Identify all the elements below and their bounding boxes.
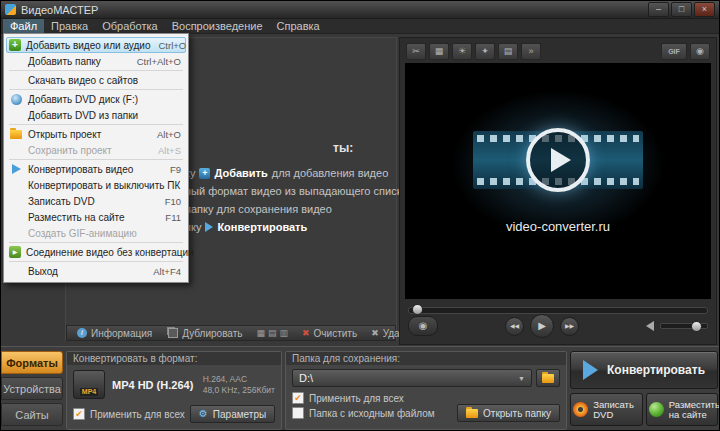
info-button[interactable]: i Информация: [77, 328, 152, 339]
play-button[interactable]: ▶: [530, 314, 554, 338]
menu-item-label: Сохранить проект: [28, 145, 150, 156]
menu-icon-spacer: [9, 227, 23, 239]
parameters-button[interactable]: ⚙ Параметры: [190, 405, 275, 423]
menu-item-convert-video[interactable]: Конвертировать видео F9: [6, 161, 186, 177]
menu-help[interactable]: Справка: [270, 19, 327, 33]
menu-item-label: Разместить на сайте: [28, 212, 157, 223]
source-folder-checkbox[interactable]: [292, 407, 304, 419]
view-grid-icon[interactable]: ▦: [257, 328, 266, 338]
tab-devices[interactable]: Устройства: [1, 377, 63, 400]
publish-label: Разместить на сайте: [669, 400, 715, 420]
save-panel-header: Папка для сохранения:: [286, 352, 566, 365]
folder-icon-wrap: [9, 128, 23, 140]
save-path-value: D:\: [299, 372, 313, 384]
speaker-icon[interactable]: [646, 321, 654, 331]
instruction-step: ный формат видео из выпадающего списка: [185, 185, 397, 197]
menu-item-label: Записать DVD: [28, 196, 157, 207]
effects-icon[interactable]: ✦: [475, 43, 495, 60]
menu-separator: [9, 70, 183, 71]
speed-icon[interactable]: »: [521, 43, 541, 60]
maximize-button[interactable]: □: [671, 2, 692, 17]
clear-icon: ✖: [302, 328, 310, 338]
delete-icon: ✖: [371, 328, 379, 338]
crop-icon[interactable]: ✂: [406, 43, 426, 60]
duplicate-button[interactable]: Дублировать: [166, 328, 242, 339]
convert-panel: Конвертировать Записать DVD Разместить н…: [570, 351, 718, 430]
browse-folder-button[interactable]: [536, 369, 560, 387]
save-path-row: D:\ ▼: [286, 365, 566, 389]
open-folder-button[interactable]: Открыть папку: [457, 404, 560, 422]
view-list-icon[interactable]: ▤: [268, 328, 277, 338]
menu-item-label: Конвертировать и выключить ПК: [28, 180, 180, 191]
step-keyword: Конвертировать: [217, 221, 307, 233]
volume-slider[interactable]: [660, 323, 708, 329]
trim-icon[interactable]: ▤: [498, 43, 518, 60]
gif-icon[interactable]: GIF: [661, 43, 687, 60]
close-button[interactable]: ×: [694, 2, 715, 17]
menu-item-label: Соединение видео без конвертации: [26, 247, 194, 258]
big-play-button[interactable]: [526, 128, 590, 192]
menu-edit[interactable]: Правка: [44, 19, 95, 33]
menu-item-add-dvd-folder[interactable]: Добавить DVD из папки: [6, 107, 186, 123]
dvd-icon: [11, 94, 22, 105]
clear-button[interactable]: ✖ Очистить: [302, 328, 357, 339]
save-apply-all-checkbox[interactable]: ✔: [292, 392, 304, 404]
player-toolbar-right: GIF ◉: [661, 43, 710, 60]
convert-arrow-icon: [583, 360, 598, 380]
menu-item-download-video[interactable]: Скачать видео с сайтов: [6, 72, 186, 88]
menu-item-open-project[interactable]: Открыть проект Alt+O: [6, 126, 186, 142]
save-path-select[interactable]: D:\ ▼: [292, 369, 532, 387]
menu-file[interactable]: Файл: [3, 19, 44, 33]
menu-separator: [9, 261, 183, 262]
apply-all-checkbox[interactable]: ✔: [73, 408, 85, 420]
publish-button[interactable]: Разместить на сайте: [646, 393, 719, 426]
burn-dvd-button[interactable]: Записать DVD: [570, 393, 643, 426]
chevron-down-icon: ▼: [518, 375, 525, 382]
menu-item-publish-site[interactable]: Разместить на сайте F11: [6, 209, 186, 225]
format-selection[interactable]: MP4 MP4 HD (H.264) H.264, AAC 48,0 KHz, …: [67, 365, 281, 401]
snapshot-icon[interactable]: ◉: [690, 43, 710, 60]
add-button-icon: +: [199, 168, 210, 179]
menu-item-burn-dvd[interactable]: Записать DVD F10: [6, 193, 186, 209]
menu-icon-spacer: [9, 265, 23, 277]
brightness-icon[interactable]: ☀: [452, 43, 472, 60]
menu-item-join-video[interactable]: ▶ Соединение видео без конвертации: [6, 244, 186, 260]
source-folder-label: Папка с исходным файлом: [309, 408, 435, 419]
tab-formats[interactable]: Форматы: [1, 351, 63, 374]
source-folder-row: Папка с исходным файлом: [292, 407, 457, 419]
burn-dvd-label: Записать DVD: [593, 400, 639, 420]
menu-item-add-dvd-disc[interactable]: Добавить DVD диск (F:): [6, 91, 186, 107]
minimize-button[interactable]: –: [648, 2, 669, 17]
convert-icon: [12, 164, 21, 174]
apply-all-row: ✔ Применить для всех: [292, 392, 457, 404]
app-window: ВидеоМАСТЕР – □ × Файл Правка Обработка …: [0, 0, 720, 431]
menu-separator: [9, 89, 183, 90]
scenes-icon[interactable]: ▦: [429, 43, 449, 60]
record-button[interactable]: ◉: [408, 316, 438, 336]
format-details: H.264, AAC 48,0 KHz, 256Кбит: [203, 374, 275, 396]
tab-sites[interactable]: Сайты: [1, 403, 63, 426]
menubar: Файл Правка Обработка Воспроизведение Сп…: [1, 19, 719, 34]
menu-item-label: Добавить папку: [28, 56, 129, 67]
menu-item-create-gif: Создать GIF-анимацию: [6, 225, 186, 241]
previous-button[interactable]: ◀◀: [505, 317, 524, 336]
dvd-icon-wrap: [9, 93, 23, 105]
step-text: ный формат видео из выпадающего списка: [185, 185, 408, 197]
menu-item-shortcut: Alt+F4: [153, 266, 181, 277]
menu-item-add-folder[interactable]: Добавить папку Ctrl+Alt+O: [6, 53, 186, 69]
menu-item-convert-shutdown[interactable]: Конвертировать и выключить ПК: [6, 177, 186, 193]
next-button[interactable]: ▶▶: [560, 317, 579, 336]
titlebar: ВидеоМАСТЕР – □ ×: [1, 1, 719, 19]
volume-thumb[interactable]: [691, 321, 702, 332]
save-folder-panel: Папка для сохранения: D:\ ▼ ✔ Применить …: [285, 351, 567, 430]
menu-item-exit[interactable]: Выход Alt+F4: [6, 263, 186, 279]
view-detail-icon[interactable]: ▥: [280, 328, 289, 338]
gear-icon: ⚙: [199, 409, 208, 419]
menu-playback[interactable]: Воспроизведение: [165, 19, 270, 33]
menu-item-label: Создать GIF-анимацию: [28, 228, 173, 239]
menu-item-add-video[interactable]: + Добавить видео или аудио Ctrl+O: [6, 37, 186, 53]
convert-button[interactable]: Конвертировать: [570, 351, 718, 389]
globe-icon: [649, 402, 664, 417]
menu-processing[interactable]: Обработка: [95, 19, 164, 33]
step-keyword: Добавить: [214, 167, 267, 179]
